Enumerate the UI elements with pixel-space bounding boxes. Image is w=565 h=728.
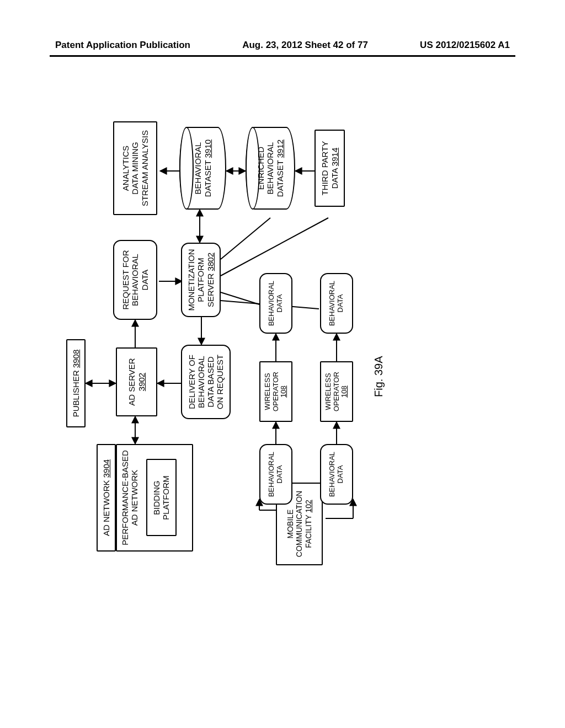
node-bidding-platform: BIDDING PLATFORM <box>146 459 177 537</box>
node-perf-network: PERFORMANCE-BASED AD NETWORK BIDDING PLA… <box>116 444 193 552</box>
diagram-canvas: PUBLISHER 3908 AD NETWORK 3904 PERFORMAN… <box>55 99 508 552</box>
node-behavioral-data-2: BEHAVIORAL DATA <box>320 444 353 505</box>
node-publisher: PUBLISHER 3908 <box>66 339 86 427</box>
node-behavioral-dataset: BEHAVIORAL DATASET 3910 <box>179 127 226 210</box>
node-ad-network: AD NETWORK 3904 <box>97 444 116 552</box>
page-header: Patent Application Publication Aug. 23, … <box>0 40 565 51</box>
node-ad-server: AD SERVER3902 <box>116 347 157 416</box>
node-delivery: DELIVERY OF BEHAVIORAL DATA BASED ON REQ… <box>181 345 231 419</box>
svg-line-11 <box>221 218 328 276</box>
svg-line-10 <box>221 218 270 259</box>
node-third-party: THIRD PARTY DATA 3914 <box>315 130 345 207</box>
node-request: REQUEST FOR BEHAVIORAL DATA <box>113 240 157 320</box>
node-enriched-dataset: ENRICHED BEHAVIORAL DATASET 3912 <box>246 127 295 210</box>
node-behavioral-data-3: BEHAVIORAL DATA <box>259 273 292 334</box>
node-wireless-operator-1: WIRELESS OPERATOR 108 <box>259 361 292 422</box>
header-rule <box>50 55 515 57</box>
header-center: Aug. 23, 2012 Sheet 42 of 77 <box>242 40 368 51</box>
header-left: Patent Application Publication <box>55 40 190 51</box>
node-wireless-operator-2: WIRELESS OPERATOR 108 <box>320 361 353 422</box>
figure-label: Fig. 39A <box>372 356 385 397</box>
svg-line-12 <box>221 292 259 304</box>
node-analytics: ANALYTICS DATA MINING STREAM ANALYSIS <box>113 121 157 215</box>
header-right: US 2012/0215602 A1 <box>420 40 510 51</box>
node-behavioral-data-4: BEHAVIORAL DATA <box>320 273 353 334</box>
node-monetization: MONETIZATION PLATFORM SERVER 3802 <box>181 243 221 317</box>
node-behavioral-data-1: BEHAVIORAL DATA <box>259 444 292 505</box>
